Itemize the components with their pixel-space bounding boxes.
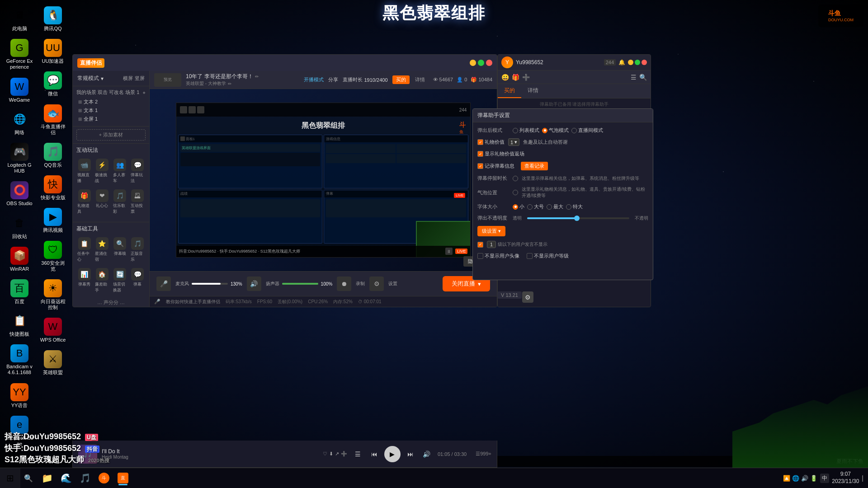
music-share-icon[interactable]: ↗	[335, 451, 339, 457]
gift-value-checkbox[interactable]: ✓ 礼物价值	[477, 139, 505, 145]
mic-slider[interactable]	[192, 283, 228, 285]
chat-close-btn[interactable]	[642, 60, 647, 65]
chat-gift-icon[interactable]: 🎁	[512, 74, 519, 81]
tab-live-btn[interactable]: 买的	[392, 75, 410, 84]
int-btn-gift[interactable]: 🎁 礼物道具	[76, 188, 92, 216]
icon-qq[interactable]: 🐧 腾讯QQ	[37, 4, 69, 34]
int-btn-danmaku-play[interactable]: 💬 弹幕玩法	[130, 157, 146, 186]
add-scene-btn[interactable]: +	[143, 90, 146, 95]
icon-lol[interactable]: ⚔ 英雄联盟	[37, 347, 69, 378]
int-btn-heart[interactable]: ❤ 礼心心	[94, 188, 110, 216]
icon-yy[interactable]: YY YY语音	[4, 380, 35, 411]
icon-wechat[interactable]: 💬 微信	[37, 69, 69, 99]
tool-warehouse[interactable]: 🏠 廉差助手	[94, 266, 110, 295]
scene-item-text1[interactable]: ⊞ 文本 1	[76, 106, 146, 115]
opacity-slider[interactable]	[527, 217, 629, 219]
tray-expand-icon[interactable]: 🔼	[783, 475, 790, 482]
int-btn-speed[interactable]: ⚡ 极速挑战	[94, 157, 110, 186]
font-small-item[interactable]: 小	[513, 203, 524, 210]
icon-bandicam[interactable]: B Bandicam v4.6.1.1688	[4, 342, 35, 378]
icon-uu[interactable]: UU UU加速器	[37, 36, 69, 67]
icon-network[interactable]: 🌐 网络	[4, 108, 35, 138]
music-prev-btn[interactable]: ⏮	[368, 448, 381, 460]
speaker-icon[interactable]: 🔊	[247, 277, 261, 291]
show-desktop-icon[interactable]: |	[862, 474, 863, 482]
int-btn-video-live[interactable]: 📹 视频直播	[76, 157, 92, 186]
icon-qqmusic[interactable]: 🎵 QQ音乐	[37, 140, 69, 171]
chat-list-icon[interactable]: ☰	[631, 74, 637, 81]
tool-task-center[interactable]: 📋 任务中心	[76, 235, 92, 264]
int-btn-vote[interactable]: 🗳 互动投票	[130, 188, 146, 216]
mode-selector[interactable]: 常规模式 ▾	[77, 75, 104, 82]
icon-360[interactable]: 🛡 360安全浏览	[37, 238, 69, 275]
font-xl-item[interactable]: 特大	[566, 203, 583, 210]
icon-obs[interactable]: ⭕ OBS Studio	[4, 178, 35, 209]
chat-search-icon[interactable]: 🔍	[639, 74, 647, 81]
chat-min-btn[interactable]	[628, 60, 633, 65]
music-vol-btn[interactable]: 🔊	[420, 448, 433, 460]
int-btn-multi[interactable]: 👥 多人赛车	[112, 157, 128, 186]
content-level-checkbox[interactable]: ✓	[477, 242, 483, 248]
icon-board[interactable]: 📋 快捷图板	[4, 309, 35, 340]
stream-maximize-btn[interactable]	[478, 60, 484, 66]
font-large-item[interactable]: 大号	[527, 203, 544, 210]
music-next-btn[interactable]: ⏭	[404, 448, 417, 460]
settings-gear-btn[interactable]: ⚙	[522, 291, 533, 303]
open-mode-btn[interactable]: 开播模式	[304, 76, 324, 83]
int-btn-song[interactable]: 🎵 弦乐歌彩	[112, 188, 128, 216]
tray-battery-icon[interactable]: 🔋	[810, 475, 817, 482]
tab-details-btn[interactable]: 详情	[411, 75, 429, 84]
edit-icon[interactable]: ✏	[255, 74, 259, 79]
tool-star[interactable]: ⭐ 星涌住宿	[94, 235, 110, 264]
tool-danmaku-extra[interactable]: 💬 弹幕	[130, 266, 146, 295]
music-play-btn[interactable]: ▶	[384, 446, 401, 462]
icon-logitech[interactable]: 🎮 Logitech G HUB	[4, 140, 35, 177]
speaker-slider[interactable]	[282, 283, 318, 285]
radio-live-mode[interactable]: 直播间模式	[571, 127, 603, 134]
icon-wegame[interactable]: W WeGame	[4, 75, 35, 106]
mic-icon[interactable]: 🎤	[156, 277, 171, 291]
chat-tab-details[interactable]: 详情	[521, 84, 545, 98]
taskbar-app-edge[interactable]: 🌊	[57, 470, 75, 486]
music-add-icon[interactable]: ➕	[341, 451, 347, 457]
show-gift-checkbox[interactable]: ✓ 显示礼物价值返场	[477, 150, 524, 157]
clock-area[interactable]: 9:07 2023/11/30	[832, 471, 859, 485]
gas-radio-item[interactable]	[513, 190, 518, 195]
start-button[interactable]: ⊞	[0, 468, 20, 488]
music-dl-icon[interactable]: ⬇	[329, 451, 333, 457]
icon-geforce[interactable]: G GeForce Experience	[4, 36, 35, 73]
no-level-checkbox[interactable]: 不显示用户等级	[527, 253, 569, 259]
view-record-btn[interactable]: 查看记录	[521, 162, 548, 170]
record-danmaku-checkbox[interactable]: ✓ 记录弹幕信息	[477, 163, 514, 169]
settings-icon[interactable]: ⚙	[369, 277, 384, 291]
taskbar-app-qqmusic[interactable]: 🎵	[76, 470, 94, 486]
icon-remote[interactable]: ☀ 向日葵远程控制	[37, 277, 69, 313]
icon-winrar[interactable]: 📦 WinRAR	[4, 244, 35, 275]
taskbar-search-btn[interactable]: 🔍	[20, 468, 36, 488]
notification-bell-icon[interactable]: 🔔	[618, 59, 625, 66]
taskbar-app-orange1[interactable]: 斗	[95, 470, 113, 486]
tray-volume-icon[interactable]: 🔊	[801, 475, 808, 482]
icon-trash[interactable]: 🗑 回收站	[4, 211, 35, 242]
tool-danmaku-show[interactable]: 📊 弹幕秀	[76, 266, 92, 295]
voice-split-label[interactable]: … 声分分 …	[97, 300, 125, 305]
radio-list-mode[interactable]: 列表模式	[513, 127, 539, 134]
music-like-icon[interactable]: ♡	[323, 451, 327, 457]
scene-item-text2[interactable]: ⊞ 文本 2	[76, 98, 146, 106]
chat-add-icon[interactable]: ➕	[522, 74, 530, 81]
view-tile[interactable]: 横屏	[123, 75, 133, 82]
level-dropdown[interactable]: 1	[487, 241, 496, 248]
stream-close-btn[interactable]	[486, 60, 492, 66]
pause-radio-item[interactable]	[513, 176, 518, 181]
no-avatar-checkbox[interactable]: 不显示用户头像	[477, 253, 519, 259]
tool-danmaku-sniff[interactable]: 🔍 弹幕嗅	[112, 235, 128, 264]
advanced-settings-btn[interactable]: 级设置 ▾	[477, 226, 505, 236]
chat-max-btn[interactable]	[635, 60, 640, 65]
category-edit-icon[interactable]: ✏	[228, 81, 231, 86]
share-btn[interactable]: 分享	[328, 76, 338, 83]
icon-douyu-live[interactable]: 🐟 斗鱼直播伴侣	[37, 102, 69, 138]
icon-kuaishou[interactable]: 快 快影专业版	[37, 173, 69, 203]
play-pause-mini[interactable]: ⏸	[445, 248, 453, 255]
icon-wps[interactable]: W WPS Office	[37, 315, 69, 346]
font-max-item[interactable]: 最大	[547, 203, 563, 210]
